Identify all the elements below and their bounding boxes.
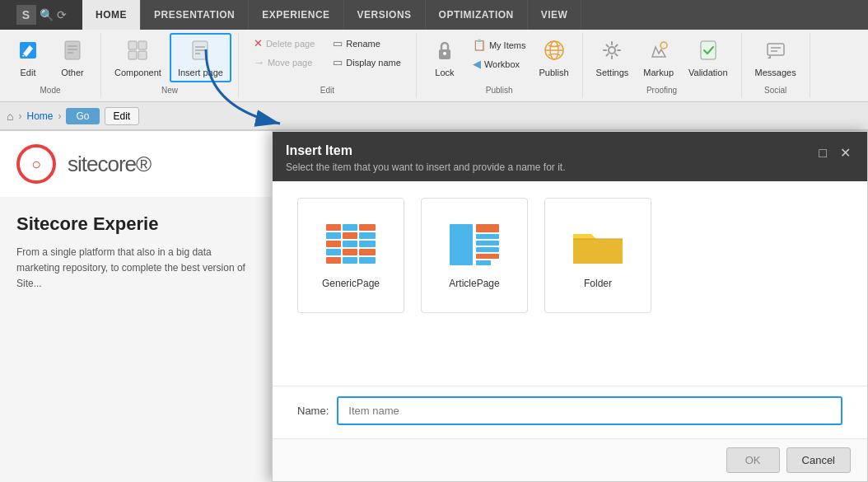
svg-rect-34 — [326, 249, 341, 255]
dialog-name-row: Name: — [273, 386, 867, 438]
edit-small-group-right: ▭ Rename ▭ Display name — [324, 33, 409, 73]
lock-icon — [433, 39, 456, 65]
tab-optimization[interactable]: OPTIMIZATION — [426, 0, 528, 30]
component-label: Component — [114, 68, 161, 77]
edit-label: Edit — [21, 68, 36, 77]
top-navigation: S 🔍 ⟳ HOME PRESENTATION EXPERIENCE VERSI… — [0, 0, 868, 30]
tab-versions[interactable]: VERSIONS — [344, 0, 426, 30]
breadcrumb-sep: › — [18, 110, 21, 122]
share-icon[interactable]: ⟳ — [57, 8, 67, 21]
move-page-button[interactable]: → Move page — [249, 54, 320, 71]
go-button[interactable]: Go — [66, 108, 99, 124]
svg-rect-46 — [476, 260, 491, 265]
search-icon[interactable]: 🔍 — [40, 8, 54, 21]
dialog-close-button[interactable]: ✕ — [837, 143, 854, 162]
settings-label: Settings — [596, 68, 629, 77]
markup-button[interactable]: Markup — [637, 33, 680, 82]
svg-point-14 — [443, 52, 446, 55]
ok-button[interactable]: OK — [726, 447, 780, 473]
svg-rect-42 — [476, 234, 499, 239]
workbox-label: Workbox — [484, 59, 520, 69]
tab-presentation[interactable]: PRESENTATION — [141, 0, 249, 30]
breadcrumb-bar: ⌂ › Home › Go Edit — [0, 102, 868, 130]
breadcrumb-home-link[interactable]: Home — [26, 110, 53, 122]
delete-icon: ✕ — [254, 37, 263, 49]
validation-button[interactable]: Validation — [682, 33, 735, 82]
new-group-label: New — [108, 84, 231, 98]
folder-label: Folder — [584, 278, 612, 289]
display-name-label: Display name — [346, 58, 401, 68]
insert-item-dialog: Insert Item Select the item that you wan… — [272, 131, 868, 482]
settings-icon — [600, 39, 623, 65]
cancel-button[interactable]: Cancel — [786, 447, 851, 473]
generic-page-icon — [324, 222, 377, 269]
svg-rect-20 — [701, 41, 716, 59]
svg-rect-35 — [343, 249, 357, 255]
item-name-input[interactable] — [337, 396, 842, 425]
rename-icon: ▭ — [333, 37, 343, 49]
move-icon: → — [254, 56, 264, 68]
messages-button[interactable]: Messages — [749, 33, 803, 82]
tab-view[interactable]: VIEW — [528, 0, 582, 30]
svg-rect-32 — [343, 241, 357, 247]
rename-label: Rename — [346, 39, 380, 49]
insert-page-button[interactable]: Insert page — [170, 33, 231, 82]
my-items-label: My Items — [489, 40, 526, 50]
delete-page-button[interactable]: ✕ Delete page — [249, 35, 320, 52]
edit-breadcrumb-button[interactable]: Edit — [105, 107, 140, 125]
site-body: Sitecore Experie From a single platform … — [0, 197, 272, 309]
svg-rect-43 — [476, 241, 499, 246]
component-button[interactable]: Component — [108, 33, 168, 82]
ribbon-group-mode: Edit Other Mode — [0, 33, 101, 98]
my-items-button[interactable]: 📋 My Items — [468, 36, 531, 54]
edit-icon — [16, 39, 40, 65]
dialog-header: Insert Item Select the item that you wan… — [273, 132, 867, 181]
svg-rect-31 — [326, 241, 341, 247]
lock-button[interactable]: Lock — [423, 33, 466, 82]
svg-rect-29 — [343, 232, 357, 239]
display-name-button[interactable]: ▭ Display name — [328, 54, 406, 71]
social-group-label: Social — [749, 84, 803, 98]
tab-home[interactable]: HOME — [82, 0, 141, 30]
svg-rect-40 — [450, 224, 473, 265]
publish-button[interactable]: Publish — [533, 33, 576, 82]
ribbon-group-new: Component Insert page New — [101, 33, 239, 98]
svg-rect-27 — [359, 224, 376, 231]
other-button[interactable]: Other — [51, 33, 94, 82]
svg-rect-21 — [768, 44, 784, 55]
proofing-group-label: Proofing — [590, 84, 735, 98]
svg-rect-7 — [128, 51, 137, 59]
article-page-label: ArticlePage — [449, 278, 499, 289]
dialog-maximize-button[interactable]: □ — [815, 144, 830, 162]
svg-rect-44 — [476, 247, 499, 252]
publish-group-label: Publish — [423, 84, 576, 98]
dialog-title-area: Insert Item Select the item that you wan… — [286, 143, 566, 173]
svg-rect-28 — [326, 232, 341, 239]
display-name-icon: ▭ — [333, 56, 343, 68]
article-page-card[interactable]: ArticlePage — [421, 198, 528, 313]
svg-rect-30 — [359, 232, 376, 239]
settings-button[interactable]: Settings — [590, 33, 636, 82]
move-page-label: Move page — [268, 58, 312, 68]
name-label: Name: — [297, 405, 329, 417]
ribbon-group-proofing: Settings Markup Validati — [583, 33, 742, 98]
publish-label: Publish — [539, 68, 569, 77]
svg-rect-45 — [476, 254, 499, 259]
breadcrumb-home-icon: ⌂ — [7, 110, 13, 123]
site-logo-circle: ○ — [16, 144, 56, 184]
edit-button[interactable]: Edit — [7, 33, 49, 82]
folder-card[interactable]: Folder — [544, 198, 651, 313]
rename-button[interactable]: ▭ Rename — [328, 35, 406, 52]
edit-group-label: Edit — [245, 84, 409, 98]
svg-rect-38 — [343, 257, 357, 264]
messages-label: Messages — [755, 68, 796, 77]
svg-rect-8 — [138, 51, 147, 59]
svg-rect-25 — [326, 224, 341, 231]
messages-icon — [764, 39, 787, 65]
markup-label: Markup — [643, 68, 674, 77]
tab-experience[interactable]: EXPERIENCE — [249, 0, 343, 30]
markup-icon — [647, 39, 670, 65]
validation-icon — [697, 39, 720, 65]
workbox-button[interactable]: ◀ Workbox — [468, 55, 525, 73]
generic-page-card[interactable]: GenericPage — [297, 198, 404, 313]
